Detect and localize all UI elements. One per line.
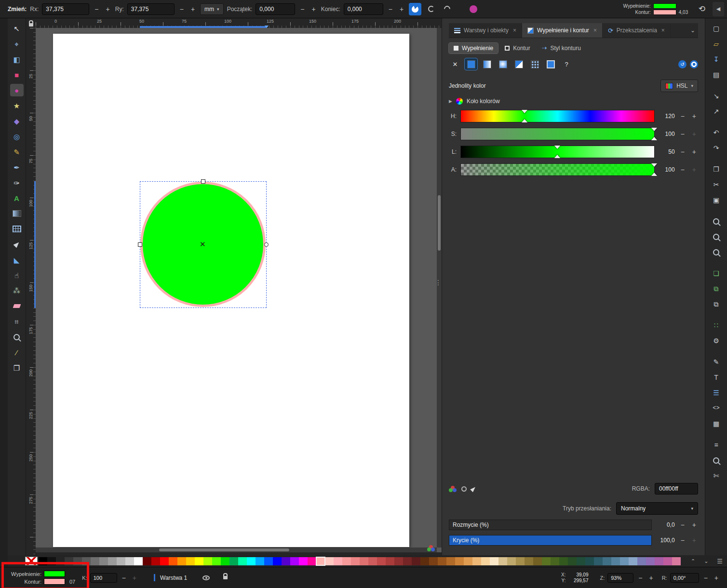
palette-swatch[interactable]: [403, 557, 412, 565]
palette-swatch[interactable]: [429, 557, 438, 565]
unlink-clone-button[interactable]: ⧉: [710, 298, 723, 310]
fill-rule-nonzero-icon[interactable]: ↺: [678, 60, 687, 68]
palette-swatch[interactable]: [65, 557, 73, 565]
alpha-decrement[interactable]: −: [679, 166, 687, 174]
palette-swatch[interactable]: [351, 557, 360, 565]
arc-angle-handle[interactable]: [264, 242, 269, 247]
palette-swatch[interactable]: [551, 557, 559, 565]
preferences-button[interactable]: ⚙: [710, 334, 723, 347]
zoom-tool[interactable]: [10, 331, 24, 343]
stroke-swatch[interactable]: [44, 578, 65, 585]
horizontal-scrollbar[interactable]: [36, 548, 437, 552]
palette-swatch[interactable]: [238, 557, 247, 565]
unit-dropdown[interactable]: mm▾: [200, 3, 224, 15]
palette-scroll-down-button[interactable]: ⌄: [700, 558, 713, 564]
node-editor-tool[interactable]: ⌖: [10, 38, 24, 50]
rgba-input[interactable]: 00ff00ff: [655, 483, 698, 494]
palette-swatch[interactable]: [195, 557, 203, 565]
symbols-button[interactable]: ∷: [710, 319, 723, 332]
paste-button[interactable]: ▣: [710, 194, 723, 206]
palette-swatch[interactable]: [160, 557, 169, 565]
rx-handle[interactable]: [138, 242, 142, 247]
tab-transforms[interactable]: ⟳ Przekształcenia ×: [603, 23, 671, 38]
alpha-slider[interactable]: [460, 163, 655, 176]
palette-swatch[interactable]: [655, 557, 663, 565]
paint-linear-gradient-button[interactable]: [481, 58, 493, 70]
rectangle-tool[interactable]: ■: [10, 68, 24, 81]
vertical-scrollbar[interactable]: [437, 28, 442, 548]
subtab-stroke[interactable]: Kontur: [500, 43, 535, 53]
color-space-dropdown[interactable]: HSL ▾: [660, 80, 698, 92]
fill-stroke-indicator[interactable]: Wypełnienie: Kontur:07: [5, 571, 75, 585]
hue-slider[interactable]: [460, 110, 655, 122]
palette-swatch[interactable]: [490, 557, 498, 565]
palette-swatch[interactable]: [637, 557, 646, 565]
gradient-tool[interactable]: [10, 207, 24, 220]
palette-swatch[interactable]: [325, 557, 334, 565]
start-increment[interactable]: +: [310, 5, 318, 13]
palette-swatch[interactable]: [99, 557, 108, 565]
palette-swatch[interactable]: [91, 557, 99, 565]
palette-swatch[interactable]: [646, 557, 655, 565]
palette-swatch[interactable]: [559, 557, 568, 565]
color-wheel-expander[interactable]: ▶ Koło kolorów: [449, 98, 698, 105]
ry-increment[interactable]: +: [189, 5, 197, 13]
subtab-stroke-style[interactable]: ⇢Styl konturu: [537, 42, 586, 53]
saturation-slider[interactable]: [460, 128, 655, 140]
palette-swatch[interactable]: [672, 557, 681, 565]
palette-swatch[interactable]: [186, 557, 195, 565]
palette-swatch[interactable]: [108, 557, 117, 565]
cut-button[interactable]: ✂: [710, 178, 723, 191]
zoom-page-button[interactable]: [710, 246, 723, 258]
palette-swatch[interactable]: [533, 557, 542, 565]
chord-toggle-button[interactable]: [441, 3, 453, 15]
import-image-button[interactable]: ↘: [710, 90, 723, 102]
palette-swatch[interactable]: [177, 557, 186, 565]
eraser-tool[interactable]: [10, 300, 24, 312]
palette-swatch[interactable]: [360, 557, 368, 565]
paint-swatch-button[interactable]: [544, 58, 557, 70]
vertical-ruler[interactable]: 255075100125150175200225250275: [26, 28, 36, 555]
palette-swatch[interactable]: [169, 557, 177, 565]
palette-swatch[interactable]: [585, 557, 594, 565]
alpha-increment[interactable]: +: [690, 166, 698, 174]
palette-swatch[interactable]: [82, 557, 91, 565]
no-color-swatch[interactable]: [25, 557, 38, 565]
copy-button[interactable]: ❐: [710, 163, 723, 175]
print-document-button[interactable]: ▤: [710, 68, 723, 81]
make-whole-ellipse-button[interactable]: [467, 3, 480, 15]
collapse-toolbar-button[interactable]: ◀: [713, 2, 724, 16]
edit-object-button[interactable]: ✎: [710, 356, 723, 368]
close-icon[interactable]: ×: [513, 27, 516, 34]
text-tool[interactable]: A: [10, 192, 24, 204]
dock-resize-handle[interactable]: ⋮: [435, 279, 442, 286]
save-document-button[interactable]: ↧: [710, 53, 723, 66]
ruler-corner[interactable]: [26, 18, 36, 28]
new-document-button[interactable]: ▢: [710, 22, 723, 35]
object-opacity-input[interactable]: 100: [90, 573, 117, 583]
palette-swatch[interactable]: [282, 557, 290, 565]
palette-swatch[interactable]: [481, 557, 490, 565]
lightness-value[interactable]: 50: [659, 148, 675, 155]
paint-bucket-tool[interactable]: ◣: [10, 254, 24, 266]
palette-menu-button[interactable]: ☰: [713, 558, 727, 565]
bezier-pen-tool[interactable]: ✒: [10, 161, 24, 174]
path-operations-button[interactable]: ✄: [710, 469, 723, 482]
palette-swatch[interactable]: [256, 557, 264, 565]
palette-swatch[interactable]: [620, 557, 629, 565]
alpha-value[interactable]: 100: [659, 166, 675, 173]
palette-swatch[interactable]: [229, 557, 238, 565]
palette-swatch[interactable]: [420, 557, 429, 565]
layer-selector[interactable]: Warstwa 1: [160, 575, 187, 581]
palette-swatch[interactable]: [151, 557, 160, 565]
paint-flat-button[interactable]: [465, 58, 477, 70]
shape-builder-tool[interactable]: ◧: [10, 53, 24, 66]
chevron-down-icon[interactable]: ⌄: [687, 27, 698, 34]
hue-value[interactable]: 120: [659, 113, 675, 120]
pencil-tool[interactable]: ✎: [10, 146, 24, 158]
horizontal-ruler[interactable]: 0255075100125150175200: [36, 18, 442, 28]
connector-tool[interactable]: ⌗: [10, 315, 24, 328]
zoom-decrement[interactable]: −: [636, 574, 644, 582]
end-increment[interactable]: +: [398, 5, 405, 13]
palette-swatch[interactable]: [299, 557, 308, 565]
